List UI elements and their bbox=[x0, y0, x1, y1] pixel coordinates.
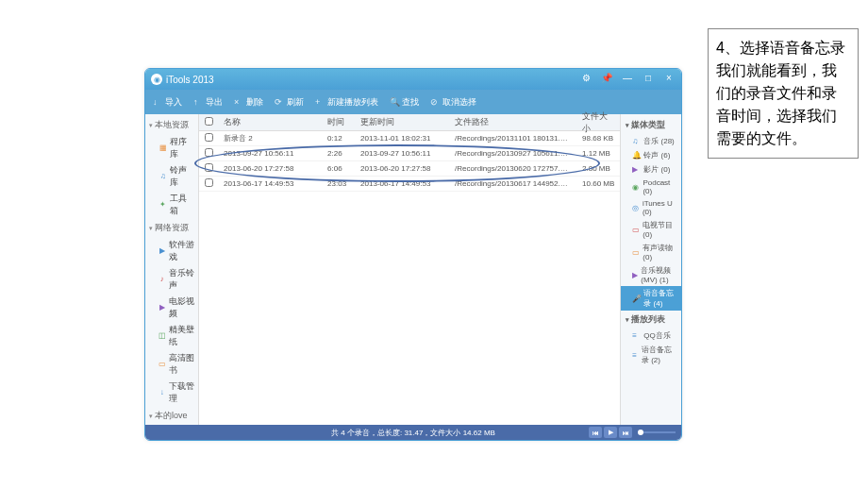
section-local[interactable]: ▾本地资源 bbox=[145, 116, 198, 134]
cell-size: 10.60 MB bbox=[576, 179, 620, 188]
select-all-checkbox[interactable] bbox=[205, 117, 213, 126]
table-row[interactable]: 2013-09-27 10:56:11 2:26 2013-09-27 10:5… bbox=[199, 146, 620, 161]
right-item-voicememo[interactable]: 🎤语音备忘录 (4) bbox=[621, 286, 681, 311]
section-playlist[interactable]: ▾播放列表 bbox=[621, 311, 681, 329]
export-button[interactable]: ↑导出 bbox=[193, 96, 223, 109]
close-button[interactable]: × bbox=[662, 73, 676, 86]
col-name[interactable]: 名称 bbox=[218, 116, 322, 128]
sidebar-item-books[interactable]: ▭高清图书 bbox=[145, 350, 198, 379]
cell-duration: 2:26 bbox=[322, 149, 355, 158]
row-checkbox[interactable] bbox=[205, 163, 213, 172]
pin-icon[interactable]: 📌 bbox=[600, 73, 613, 86]
chevron-down-icon: ▾ bbox=[149, 122, 153, 129]
window-controls: ⚙ 📌 — □ × bbox=[579, 73, 676, 86]
right-item-qqmusic[interactable]: ≡QQ音乐 bbox=[621, 329, 681, 343]
col-duration[interactable]: 时间 bbox=[322, 116, 355, 128]
cell-size: 2.80 MB bbox=[576, 164, 620, 173]
row-checkbox[interactable] bbox=[205, 148, 213, 157]
podcast-icon: ◉ bbox=[632, 183, 640, 192]
sidebar-item-video[interactable]: ▶电影视频 bbox=[145, 294, 198, 322]
section-media-type[interactable]: ▾媒体类型 bbox=[621, 116, 681, 134]
table-body: 新录音 2 0:12 2013-11-01 18:02:31 /Recordin… bbox=[199, 131, 620, 425]
right-item-label: 铃声 (6) bbox=[643, 150, 670, 160]
table-row[interactable]: 2013-06-20 17:27:58 6:06 2013-06-20 17:2… bbox=[199, 161, 620, 177]
maximize-button[interactable]: □ bbox=[642, 73, 655, 86]
right-item-label: 影片 (0) bbox=[643, 164, 670, 175]
cell-modtime: 2013-06-20 17:27:58 bbox=[355, 164, 449, 173]
import-label: 导入 bbox=[165, 96, 182, 109]
music-icon: ♫ bbox=[632, 137, 641, 145]
row-checkbox[interactable] bbox=[205, 133, 213, 142]
sidebar-left: ▾本地资源 ▦程序库 ♫铃声库 ✦工具箱 ▾网络资源 ▶软件游戏 ♪音乐铃声 ▶… bbox=[145, 114, 199, 425]
row-checkbox[interactable] bbox=[205, 178, 213, 187]
cell-name: 2013-06-20 17:27:58 bbox=[218, 164, 322, 173]
refresh-button[interactable]: ⟳刷新 bbox=[275, 96, 304, 109]
right-item-tv[interactable]: ▭电视节目 (0) bbox=[621, 218, 681, 241]
prev-button[interactable]: ⏮ bbox=[589, 427, 602, 438]
player-controls: ⏮ ▶ ⏭ bbox=[589, 427, 676, 438]
cell-modtime: 2013-11-01 18:02:31 bbox=[355, 134, 449, 143]
minimize-button[interactable]: — bbox=[621, 73, 634, 86]
right-item-music[interactable]: ♫音乐 (28) bbox=[621, 134, 681, 148]
right-item-itunesu[interactable]: ◎iTunes U (0) bbox=[621, 197, 681, 218]
table-row[interactable]: 新录音 2 0:12 2013-11-01 18:02:31 /Recordin… bbox=[199, 131, 620, 146]
window-title: iTools 2013 bbox=[166, 75, 579, 85]
cell-duration: 6:06 bbox=[322, 164, 355, 173]
game-icon: ▶ bbox=[159, 246, 166, 256]
sidebar-item-download[interactable]: ↓下载管理 bbox=[145, 379, 198, 407]
right-item-label: 语音备忘录 (2) bbox=[642, 345, 677, 365]
section-media-label: 媒体类型 bbox=[631, 119, 665, 131]
ring-icon: ♫ bbox=[159, 172, 167, 181]
right-item-movie[interactable]: ▶影片 (0) bbox=[621, 162, 681, 177]
sidebar-item-applib[interactable]: ▦程序库 bbox=[145, 134, 198, 162]
video-icon: ▶ bbox=[159, 303, 166, 312]
sidebar-item-label: 音乐铃声 bbox=[169, 267, 194, 292]
chevron-down-icon: ▾ bbox=[626, 316, 629, 324]
sidebar-item-ringlib[interactable]: ♫铃声库 bbox=[145, 162, 198, 191]
find-button[interactable]: 🔍查找 bbox=[390, 96, 419, 109]
mv-icon: ▶ bbox=[632, 271, 638, 279]
section-device-label: 本的love bbox=[155, 410, 188, 422]
right-item-label: iTunes U (0) bbox=[643, 199, 677, 216]
sidebar-item-label: 软件游戏 bbox=[169, 239, 194, 263]
sidebar-item-wallpaper[interactable]: ◫精美壁纸 bbox=[145, 322, 198, 350]
section-device[interactable]: ▾本的love bbox=[145, 407, 198, 425]
main-area: ▾本地资源 ▦程序库 ♫铃声库 ✦工具箱 ▾网络资源 ▶软件游戏 ♪音乐铃声 ▶… bbox=[145, 114, 681, 425]
play-button[interactable]: ▶ bbox=[604, 427, 617, 438]
section-network[interactable]: ▾网络资源 bbox=[145, 219, 198, 237]
right-item-podcast[interactable]: ◉Podcast (0) bbox=[621, 177, 681, 197]
right-item-voicelist[interactable]: ≡语音备忘录 (2) bbox=[621, 343, 681, 367]
right-item-label: QQ音乐 bbox=[643, 330, 670, 341]
section-local-label: 本地资源 bbox=[155, 119, 189, 131]
next-button[interactable]: ⏭ bbox=[619, 427, 632, 438]
app-window: ◉ iTools 2013 ⚙ 📌 — □ × ↓导入 ↑导出 ×删除 ⟳刷新 … bbox=[144, 68, 682, 441]
table-header: 名称 时间 更新时间 文件路径 文件大小 bbox=[199, 114, 620, 131]
right-item-ringtone[interactable]: 🔔铃声 (6) bbox=[621, 148, 681, 162]
table-row[interactable]: 2013-06-17 14:49:53 23:03 2013-06-17 14:… bbox=[199, 177, 620, 192]
cancel-select-button[interactable]: ⊘取消选择 bbox=[430, 96, 476, 109]
chevron-down-icon: ▾ bbox=[149, 225, 153, 232]
col-modtime[interactable]: 更新时间 bbox=[355, 116, 449, 128]
delete-button[interactable]: ×删除 bbox=[234, 96, 263, 109]
sidebar-item-games[interactable]: ▶软件游戏 bbox=[145, 237, 198, 265]
cell-name: 2013-06-17 14:49:53 bbox=[218, 179, 322, 188]
cancel-select-label: 取消选择 bbox=[442, 96, 476, 109]
import-button[interactable]: ↓导入 bbox=[153, 96, 182, 109]
cell-modtime: 2013-06-17 14:49:53 bbox=[355, 179, 449, 188]
app-icon: ▦ bbox=[159, 143, 167, 153]
sidebar-item-music[interactable]: ♪音乐铃声 bbox=[145, 265, 198, 294]
cell-path: /Recordings/20130617 144952.m4a bbox=[449, 179, 576, 188]
section-network-label: 网络资源 bbox=[155, 222, 189, 234]
settings-icon[interactable]: ⚙ bbox=[579, 73, 593, 86]
cell-path: /Recordings/20131101 180131.m4a bbox=[449, 134, 576, 143]
right-item-audiobook[interactable]: ▭有声读物 (0) bbox=[621, 241, 681, 263]
music-icon: ♪ bbox=[159, 275, 166, 284]
sidebar-item-toolbox[interactable]: ✦工具箱 bbox=[145, 191, 198, 219]
right-item-musicvideo[interactable]: ▶音乐视频(MV) (1) bbox=[621, 263, 681, 286]
col-path[interactable]: 文件路径 bbox=[449, 116, 576, 128]
statusbar-text: 共 4 个录音，总长度: 31.47，文件大小 14.62 MB bbox=[331, 428, 495, 438]
sidebar-item-label: 下载管理 bbox=[169, 380, 194, 405]
chevron-down-icon: ▾ bbox=[626, 122, 629, 129]
volume-slider[interactable] bbox=[638, 431, 676, 433]
new-playlist-button[interactable]: +新建播放列表 bbox=[315, 96, 378, 109]
